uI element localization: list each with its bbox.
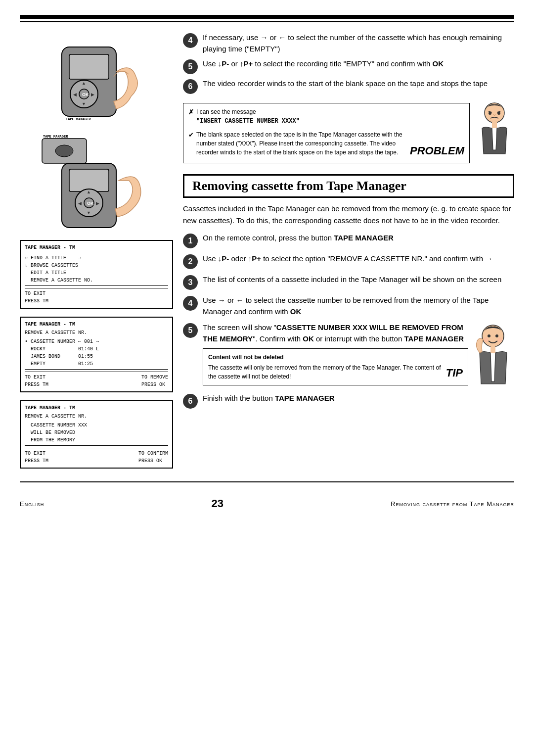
svg-text:TAPE MANAGER: TAPE MANAGER <box>43 135 68 139</box>
screen-1-footer: TO EXITPRESS TM <box>25 288 168 305</box>
tip-box: Content will not be deleted The cassette… <box>203 348 468 385</box>
footer-language: English <box>20 500 44 508</box>
tip-title: Content will not be deleted <box>208 353 442 362</box>
svg-point-11 <box>55 145 73 157</box>
remove-step-circle-6: 6 <box>183 394 198 409</box>
svg-text:▶: ▶ <box>96 201 99 206</box>
svg-point-30 <box>495 334 498 337</box>
screen-3-divider <box>25 445 168 446</box>
left-column: OK ▲ ▼ ◀ ▶ TAPE MANAGER TAPE MANAGER <box>20 32 173 472</box>
screen-3-subtitle: REMOVE A CASSETTE NR. <box>25 413 168 420</box>
svg-text:▶: ▶ <box>91 92 94 97</box>
svg-text:▲: ▲ <box>87 189 91 194</box>
step-circle-6: 6 <box>183 79 198 94</box>
screen-2-footer-right: TO REMOVEPRESS OK <box>141 374 168 388</box>
remove-step-circle-4: 4 <box>183 296 198 311</box>
section-heading: Removing cassette from Tape Manager <box>183 174 514 198</box>
svg-point-29 <box>488 334 490 337</box>
svg-rect-33 <box>490 346 495 353</box>
screen-3-footer: TO EXITPRESS TM TO CONFIRMPRESS OK <box>25 448 168 465</box>
screen-3-line3: FROM THE MEMORY <box>25 436 168 444</box>
person-illustration-problem <box>475 100 514 156</box>
remove-step-3: 3 The list of contents of a cassette inc… <box>183 274 514 290</box>
screen-2-title: TAPE MANAGER - TM <box>25 321 168 328</box>
svg-text:▲: ▲ <box>82 81 86 86</box>
svg-rect-27 <box>492 122 497 128</box>
screen-box-2: TAPE MANAGER - TM REMOVE A CASSETTE NR. … <box>20 317 173 392</box>
screen-1-line4: REMOVE A CASSETTE NO. <box>25 277 168 284</box>
screen-3-footer-right: TO CONFIRMPRESS OK <box>138 450 168 465</box>
svg-text:OK: OK <box>87 201 94 206</box>
screen-box-3: TAPE MANAGER - TM REMOVE A CASSETTE NR. … <box>20 400 173 469</box>
top-border-thick <box>20 15 514 19</box>
right-column: 4 If necessary, use → or ← to select the… <box>183 32 514 472</box>
problem-check-row: ✔ The blank space selected on the tape i… <box>188 130 403 157</box>
svg-point-25 <box>489 112 491 115</box>
screen-1-divider <box>25 285 168 286</box>
device-illustration-bottom: TAPE MANAGER OK ▲ ▼ ◀ ▶ <box>20 134 173 233</box>
upper-step-6: 6 The video recorder winds to the start … <box>183 78 514 94</box>
remove-step-text-3: The list of contents of a cassette inclu… <box>203 274 514 285</box>
screen-2-footer-left: TO EXITPRESS TM <box>25 374 48 388</box>
remove-step-text-6: Finish with the button TAPE MANAGER <box>203 393 514 404</box>
footer-page-number: 23 <box>211 497 223 510</box>
problem-check-text: The blank space selected on the tape is … <box>196 130 403 157</box>
svg-text:▼: ▼ <box>82 101 86 106</box>
screen-2-subtitle: REMOVE A CASSETTE NR. <box>25 329 168 336</box>
tape-manager-label-6: TAPE MANAGER <box>275 394 335 402</box>
svg-text:OK: OK <box>82 92 89 97</box>
screen-1-line3: EDIT A TITLE <box>25 269 168 277</box>
screen-3-title: TAPE MANAGER - TM <box>25 404 168 412</box>
remove-step-6: 6 Finish with the button TAPE MANAGER <box>183 393 514 409</box>
problem-label: PROBLEM <box>410 142 464 159</box>
screen-2-footer: TO EXITPRESS TM TO REMOVEPRESS OK <box>25 372 168 388</box>
svg-text:▼: ▼ <box>87 210 91 215</box>
person-illustration-tip <box>472 322 514 388</box>
remove-step-2: 2 Use ↓P- oder ↑P+ to select the option … <box>183 253 514 269</box>
footer-section-title: Removing cassette from Tape Manager <box>391 500 514 508</box>
step-text-4: If necessary, use → or ← to select the n… <box>203 32 514 54</box>
problem-text-area: ✗ I can see the message "INSERT CASSETTE… <box>188 107 403 159</box>
tape-manager-label-1: TAPE MANAGER <box>334 234 394 242</box>
svg-rect-1 <box>69 54 109 79</box>
svg-point-26 <box>497 112 500 115</box>
tip-text-area: Content will not be deleted The cassette… <box>208 353 442 381</box>
section-intro: Cassettes included in the Tape Manager c… <box>183 203 514 227</box>
screen-1-footer-left: TO EXITPRESS TM <box>25 290 48 305</box>
upper-step-5: 5 Use ↓P- or ↑P+ to select the recording… <box>183 58 514 74</box>
remove-step-text-2: Use ↓P- oder ↑P+ to select the option "R… <box>203 253 514 265</box>
device-illustration-top: OK ▲ ▼ ◀ ▶ TAPE MANAGER <box>20 32 173 126</box>
problem-box: ✗ I can see the message "INSERT CASSETTE… <box>183 103 470 163</box>
tip-label: TIP <box>446 365 463 381</box>
remove-step-text-4: Use → or ← to select the cassette number… <box>203 295 514 317</box>
remove-step-4: 4 Use → or ← to select the cassette numb… <box>183 295 514 317</box>
screen-2-line4: EMPTY 01:25 <box>25 360 168 368</box>
check-icon: ✔ <box>188 130 194 140</box>
step-text-5: Use ↓P- or ↑P+ to select the recording t… <box>203 58 514 70</box>
remove-step-1: 1 On the remote control, press the butto… <box>183 233 514 248</box>
step-circle-4: 4 <box>183 33 198 48</box>
problem-error-row: ✗ I can see the message "INSERT CASSETTE… <box>188 107 403 126</box>
svg-rect-14 <box>69 169 109 191</box>
problem-error-bold: "INSERT CASSETTE NUMBER XXXX" <box>196 118 300 125</box>
screen-2-line3: JAMES BOND 01:55 <box>25 353 168 360</box>
screen-2-divider <box>25 369 168 370</box>
screen-2-line2: ROCKY 01:40 L <box>25 345 168 353</box>
screen-1-line1: ↔ FIND A TITLE → <box>25 254 168 262</box>
remove-steps-section: 1 On the remote control, press the butto… <box>183 233 514 409</box>
remove-step-circle-3: 3 <box>183 275 198 290</box>
svg-point-22 <box>485 103 504 123</box>
svg-text:◀: ◀ <box>73 92 77 97</box>
page-footer: English 23 Removing cassette from Tape M… <box>0 492 534 515</box>
screen-box-1: TAPE MANAGER - TM ↔ FIND A TITLE → ↓ BRO… <box>20 240 173 309</box>
remove-step-circle-1: 1 <box>183 234 198 248</box>
step-circle-5: 5 <box>183 59 198 74</box>
problem-error-text: I can see the message "INSERT CASSETTE N… <box>196 107 300 126</box>
tip-text: The cassette will only be removed from t… <box>208 363 442 381</box>
remove-step-text-1: On the remote control, press the button … <box>203 233 514 244</box>
svg-text:◀: ◀ <box>78 201 82 206</box>
screen-3-line2: WILL BE REMOVED <box>25 429 168 436</box>
error-x-icon: ✗ <box>188 107 194 117</box>
upper-steps-section: 4 If necessary, use → or ← to select the… <box>183 32 514 163</box>
remove-step-5-with-person: 5 The screen will show "CASSETTE NUMBER … <box>183 322 514 388</box>
